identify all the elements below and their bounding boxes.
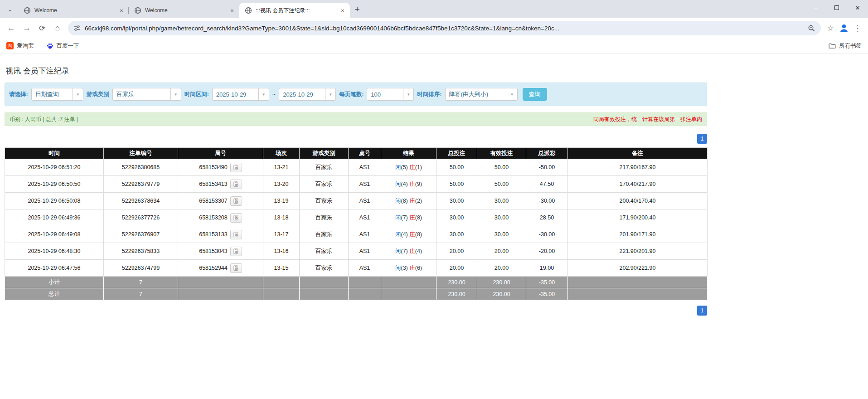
- video-replay-button[interactable]: [230, 247, 242, 256]
- bookmark-star-icon[interactable]: ☆: [824, 21, 837, 35]
- menu-dots-icon[interactable]: ⋮: [851, 21, 864, 35]
- date-to-select[interactable]: 2025-10-29 ▾: [279, 88, 336, 101]
- chevron-down-icon: ▾: [258, 88, 269, 100]
- cell-table-no: AS1: [349, 176, 381, 193]
- cell-session: 13-17: [263, 226, 300, 243]
- pagination-top: 1: [5, 134, 707, 144]
- cell-total-bet[interactable]: 20.00: [436, 260, 477, 277]
- cell-valid-bet: 50.00: [477, 176, 526, 193]
- video-replay-button[interactable]: [230, 213, 242, 223]
- result-banker-points: (4): [415, 248, 422, 254]
- cell-bet-id: 522926374799: [104, 260, 178, 277]
- home-icon[interactable]: ⌂: [50, 20, 65, 36]
- cell-payout: -50.00: [526, 159, 568, 176]
- new-tab-button[interactable]: +: [351, 3, 364, 16]
- back-icon[interactable]: ←: [4, 20, 19, 36]
- cell-total-bet[interactable]: 50.00: [436, 176, 477, 193]
- date-from-value: 2025-10-29: [213, 91, 258, 98]
- video-replay-button[interactable]: [230, 196, 242, 206]
- chevron-down-icon: ▾: [170, 88, 181, 100]
- cell-valid-bet: 30.00: [477, 193, 526, 209]
- date-from-select[interactable]: 2025-10-29 ▾: [212, 88, 269, 101]
- game-type-select[interactable]: 百家乐 ▾: [112, 88, 181, 101]
- cell-game-type: 百家乐: [300, 260, 349, 277]
- page-size-select[interactable]: 100 ▾: [367, 88, 414, 101]
- close-button[interactable]: ✕: [847, 0, 868, 15]
- video-replay-button[interactable]: [230, 163, 242, 172]
- result-banker-label: 庄: [409, 265, 415, 271]
- empty-cell: [381, 288, 436, 300]
- cell-total-bet[interactable]: 30.00: [436, 226, 477, 243]
- time-range-label: 时间区间:: [184, 91, 209, 98]
- empty-cell: [349, 288, 381, 300]
- cell-bet-id: 522926380685: [104, 159, 178, 176]
- video-replay-button[interactable]: [230, 230, 242, 239]
- cell-remark: 170.40/217.90: [568, 176, 708, 193]
- tab-close-icon[interactable]: ✕: [339, 7, 346, 14]
- minimize-button[interactable]: −: [805, 0, 826, 15]
- tab-title: Welcome: [145, 7, 225, 14]
- result-banker-points: (1): [415, 164, 422, 170]
- all-bookmarks[interactable]: 所有书签: [829, 42, 862, 50]
- cell-payout: -30.00: [526, 193, 568, 209]
- result-player-points: (4): [401, 181, 407, 187]
- page-content: 视讯 会员下注纪录 请选择: 日期查询 ▾ 游戏类别 百家乐 ▾ 时间区间: 2…: [0, 54, 868, 316]
- cell-game-type: 百家乐: [300, 176, 349, 193]
- cell-total-bet[interactable]: 50.00: [436, 159, 477, 176]
- result-banker-points: (8): [415, 231, 422, 238]
- result-player-points: (3): [401, 265, 407, 271]
- page-1-button[interactable]: 1: [697, 306, 707, 316]
- empty-cell: [300, 288, 349, 300]
- cell-round: 658153490: [178, 159, 263, 176]
- video-replay-button[interactable]: [230, 180, 242, 189]
- cell-total-bet[interactable]: 20.00: [436, 243, 477, 260]
- result-banker-label: 庄: [409, 231, 415, 238]
- tab-close-icon[interactable]: ✕: [118, 7, 125, 14]
- browser-tab-1[interactable]: Welcome ✕: [18, 3, 129, 18]
- table-row: 2025-10-29 06:50:50522926379779658153413…: [5, 176, 708, 193]
- cell-result: 闲(3) 庄(6): [381, 260, 436, 277]
- cell-session: 13-15: [263, 260, 300, 277]
- search-button[interactable]: 查询: [523, 88, 547, 101]
- cell-total-bet[interactable]: 30.00: [436, 209, 477, 226]
- header-valid-bet: 有效投注: [477, 148, 526, 159]
- cell-round: 658153208: [178, 209, 263, 226]
- tab-close-icon[interactable]: ✕: [228, 7, 236, 14]
- table-row: 2025-10-29 06:50:08522926378634658153307…: [5, 193, 708, 209]
- cell-table-no: AS1: [349, 209, 381, 226]
- table-row: 2025-10-29 06:48:30522926375833658153043…: [5, 243, 708, 260]
- sort-select[interactable]: 降幂(由大到小) ▾: [445, 88, 518, 101]
- maximize-button[interactable]: [826, 0, 847, 15]
- bookmark-baidu[interactable]: 百度一下: [47, 42, 79, 50]
- table-row: 2025-10-29 06:49:36522926377726658153208…: [5, 209, 708, 226]
- cell-bet-id: 522926379779: [104, 176, 178, 193]
- cell-time: 2025-10-29 06:48:30: [5, 243, 104, 260]
- result-banker-label: 庄: [409, 214, 415, 221]
- browser-tab-2[interactable]: Welcome ✕: [129, 3, 239, 18]
- reload-icon[interactable]: ⟳: [34, 20, 50, 36]
- date-to-value: 2025-10-29: [279, 91, 325, 98]
- empty-cell: [349, 277, 381, 288]
- globe-favicon-icon: [245, 7, 252, 14]
- url-text[interactable]: 66cxkj98.com/ipl/portal.php/game/betreco…: [85, 25, 804, 32]
- bookmark-aitaobao[interactable]: 淘 爱淘宝: [6, 42, 34, 50]
- cell-total-bet[interactable]: 30.00: [436, 193, 477, 209]
- page-1-button[interactable]: 1: [697, 134, 707, 144]
- site-info-icon[interactable]: [73, 24, 81, 32]
- header-remark: 备注: [568, 148, 708, 159]
- round-number: 658153208: [199, 214, 228, 220]
- sort-value: 降幂(由大到小): [446, 90, 507, 98]
- tilde-separator: ~: [272, 91, 276, 97]
- address-bar[interactable]: 66cxkj98.com/ipl/portal.php/game/betreco…: [68, 21, 821, 35]
- query-type-select[interactable]: 日期查询 ▾: [31, 88, 83, 101]
- zoom-icon[interactable]: [808, 24, 815, 32]
- tab-search-button[interactable]: ⌄: [4, 3, 16, 16]
- cell-result: 闲(7) 庄(4): [381, 243, 436, 260]
- tab-strip: ⌄ Welcome ✕ Welcome ✕ :::视讯 会员下注纪录::: ✕ …: [0, 0, 868, 18]
- browser-tab-active[interactable]: :::视讯 会员下注纪录::: ✕: [239, 3, 350, 18]
- profile-avatar[interactable]: [837, 21, 851, 35]
- result-banker-label: 庄: [409, 248, 415, 254]
- video-replay-button[interactable]: [230, 263, 242, 273]
- result-banker-label: 庄: [409, 198, 415, 204]
- forward-icon[interactable]: →: [19, 20, 34, 36]
